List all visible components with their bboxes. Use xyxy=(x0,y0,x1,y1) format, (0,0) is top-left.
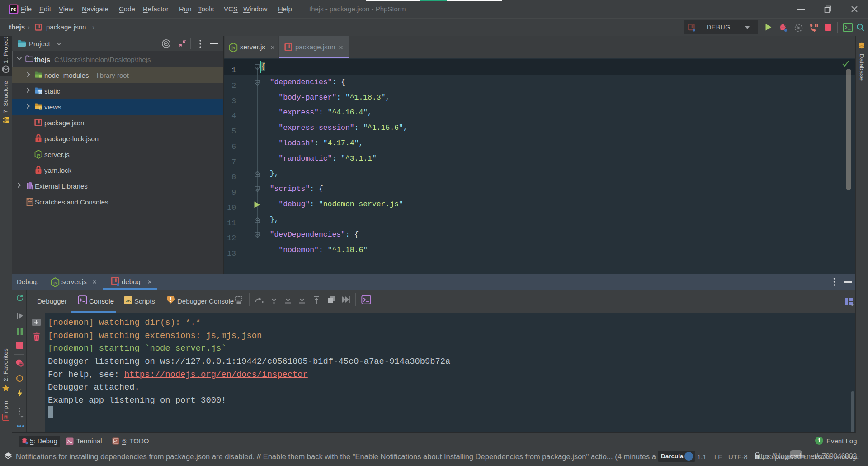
svg-text:js: js xyxy=(37,153,40,157)
svg-text:JS: JS xyxy=(126,299,131,303)
svg-text:js: js xyxy=(231,46,235,50)
svg-text:1: 1 xyxy=(818,437,821,444)
svg-text:js: js xyxy=(53,281,57,285)
svg-text:PS: PS xyxy=(11,7,16,12)
